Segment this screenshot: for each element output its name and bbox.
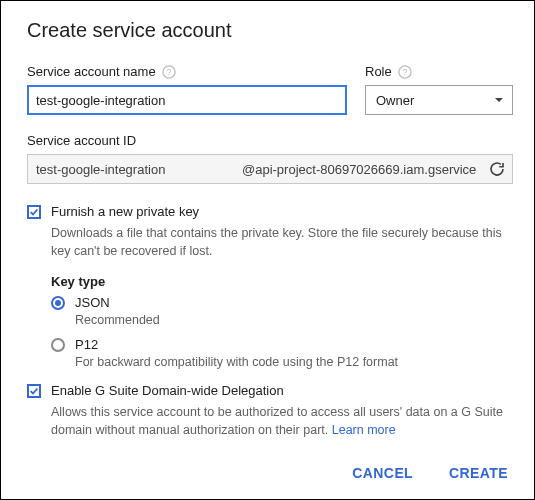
key-type-json-sub: Recommended	[75, 313, 513, 327]
furnish-key-checkbox[interactable]	[27, 205, 41, 219]
id-prefix: test-google-integration	[36, 162, 236, 177]
role-selected-value: Owner	[376, 93, 414, 108]
help-icon[interactable]: ?	[162, 65, 176, 79]
service-account-name-label: Service account name ?	[27, 64, 347, 79]
page-title: Create service account	[27, 19, 513, 42]
service-account-id-label: Service account ID	[27, 133, 513, 148]
create-button[interactable]: CREATE	[445, 459, 512, 487]
label-text: Role	[365, 64, 392, 79]
help-icon[interactable]: ?	[398, 65, 412, 79]
key-type-json-radio[interactable]	[51, 296, 65, 310]
svg-text:?: ?	[402, 67, 407, 77]
service-account-name-input[interactable]	[27, 85, 347, 115]
key-type-json-label: JSON	[75, 295, 110, 310]
cancel-button[interactable]: CANCEL	[348, 459, 417, 487]
key-type-p12-label: P12	[75, 337, 98, 352]
delegation-desc-text: Allows this service account to be author…	[51, 405, 503, 437]
service-account-id-field: test-google-integration @api-project-806…	[27, 154, 513, 184]
role-select[interactable]: Owner	[365, 85, 513, 115]
enable-delegation-description: Allows this service account to be author…	[51, 403, 513, 439]
refresh-icon[interactable]	[488, 160, 506, 178]
id-suffix: @api-project-80697026669.iam.gservice	[242, 162, 482, 177]
furnish-key-label: Furnish a new private key	[51, 204, 199, 219]
key-type-p12-sub: For backward compatibility with code usi…	[75, 355, 513, 369]
learn-more-link[interactable]: Learn more	[332, 423, 396, 437]
enable-delegation-label: Enable G Suite Domain-wide Delegation	[51, 383, 284, 398]
furnish-key-description: Downloads a file that contains the priva…	[51, 224, 513, 260]
role-label: Role ?	[365, 64, 513, 79]
label-text: Service account name	[27, 64, 156, 79]
key-type-title: Key type	[51, 274, 513, 289]
enable-delegation-checkbox[interactable]	[27, 384, 41, 398]
key-type-p12-radio[interactable]	[51, 338, 65, 352]
svg-text:?: ?	[166, 67, 171, 77]
chevron-down-icon	[494, 95, 504, 105]
label-text: Service account ID	[27, 133, 136, 148]
